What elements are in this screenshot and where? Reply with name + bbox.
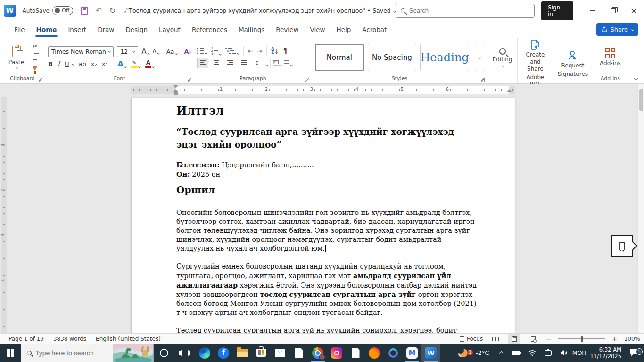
save-icon[interactable] [81, 7, 88, 15]
taskbar-app-document[interactable] [346, 344, 365, 362]
horizontal-ruler[interactable]: 1 2 3 4 5 6 [131, 86, 515, 94]
close-button[interactable]: × [624, 0, 644, 21]
tab-review[interactable]: Review [270, 22, 304, 37]
paste-button[interactable]: Paste [5, 45, 28, 70]
decrease-indent-button[interactable]: ⇤ [248, 48, 253, 54]
tab-home[interactable]: Home [31, 22, 63, 37]
minimize-button[interactable] [583, 0, 603, 21]
font-color-button[interactable]: A [145, 60, 154, 68]
left-indent-marker[interactable] [174, 92, 178, 95]
tab-draw[interactable]: Draw [92, 22, 120, 37]
font-size-select[interactable]: 12 [117, 46, 138, 57]
start-button[interactable] [0, 344, 21, 362]
tray-expand-button[interactable] [492, 352, 508, 354]
taskbar-app-instagram[interactable] [327, 344, 346, 362]
highlight-button[interactable]: ✎ [131, 60, 140, 68]
sign-in-button[interactable]: Sign in [541, 1, 573, 20]
word-app-icon[interactable]: W [4, 5, 16, 17]
strikethrough-button[interactable]: ab [79, 61, 86, 67]
search-input[interactable] [409, 7, 529, 14]
superscript-button[interactable]: x² [102, 61, 108, 67]
bold-button[interactable]: B [48, 61, 53, 67]
network-indicator[interactable] [524, 350, 540, 356]
task-view-button[interactable] [174, 344, 195, 362]
volume-indicator[interactable] [556, 350, 572, 356]
vertical-scrollbar[interactable] [637, 84, 644, 333]
clipboard-dialog-launcher[interactable] [39, 78, 42, 82]
zoom-in-button[interactable]: + [612, 335, 618, 343]
web-layout-button[interactable] [527, 334, 539, 344]
sort-button[interactable]: AZ↓ [271, 47, 279, 55]
focus-mode-button[interactable]: Focus [460, 336, 483, 342]
taskbar-app-loop[interactable] [384, 344, 403, 362]
taskbar-app-facebook[interactable]: f [214, 344, 233, 362]
font-family-select[interactable]: Times New Roman [48, 46, 114, 57]
customize-quick-access-icon[interactable] [123, 9, 126, 13]
request-signatures-button[interactable]: Request Signatures [555, 50, 591, 78]
clock[interactable]: 6:32 AM 11/12/2025 [586, 346, 625, 360]
taskbar-app-store[interactable] [252, 344, 271, 362]
undo-icon[interactable]: ↶ [96, 6, 102, 15]
tab-design[interactable]: Design [120, 22, 153, 37]
underline-chevron-icon[interactable] [72, 63, 74, 66]
taskbar-search[interactable] [21, 344, 154, 362]
styles-gallery-scroll[interactable] [475, 44, 484, 71]
battery-indicator[interactable] [508, 351, 524, 355]
taskbar-app-edge[interactable] [195, 344, 214, 362]
borders-button[interactable] [284, 60, 292, 66]
italic-button[interactable]: I [58, 61, 60, 67]
cut-button[interactable]: ✂ [30, 41, 40, 51]
taskbar-app-notepad[interactable] [289, 344, 308, 362]
clear-formatting-button[interactable]: A◊ [184, 49, 191, 55]
shrink-font-button[interactable]: A [153, 49, 159, 54]
editing-button[interactable]: Editing [490, 48, 515, 66]
taskbar-app-firefox[interactable] [365, 344, 384, 362]
shading-button[interactable] [273, 60, 281, 66]
increase-indent-button[interactable]: ⇥ [257, 48, 262, 54]
notification-center-button[interactable]: 5 [625, 349, 644, 357]
taskbar-app-m[interactable]: M [403, 344, 421, 362]
vertical-ruler[interactable]: 1 2 3 4 [1, 97, 7, 333]
document-body[interactable]: Илтгэл “Төслөд суурилсан арга зүйгээр хү… [176, 104, 480, 333]
zoom-slider[interactable] [558, 338, 605, 339]
taskbar-app-mail[interactable] [271, 344, 289, 362]
first-line-indent-marker[interactable] [173, 85, 178, 88]
redo-icon[interactable]: ↻ [109, 6, 116, 15]
temperature[interactable]: -2°C [473, 349, 492, 356]
hanging-indent-marker[interactable] [173, 89, 178, 92]
style-heading[interactable]: Heading [420, 44, 469, 71]
restore-button[interactable] [603, 0, 624, 21]
zoom-level[interactable]: 100% [624, 336, 640, 342]
grow-font-button[interactable]: A [141, 48, 149, 55]
keyboard-language[interactable]: MOH [572, 349, 586, 356]
text-effects-button[interactable]: A [118, 60, 126, 68]
tab-layout[interactable]: Layout [153, 22, 186, 37]
language-indicator[interactable]: English (United States) [91, 336, 165, 342]
autosave-switch[interactable]: Off [52, 6, 73, 15]
cortana-button[interactable] [154, 344, 174, 362]
tab-help[interactable]: Help [331, 22, 357, 37]
document-title[interactable]: "Төслөд суурилсан арга зүйгээр хүүхдийг … [126, 7, 396, 14]
underline-button[interactable]: U [65, 61, 69, 67]
tab-insert[interactable]: Insert [62, 22, 92, 37]
paragraph-dialog-launcher[interactable] [305, 78, 309, 82]
bullets-button[interactable] [197, 48, 207, 54]
line-spacing-button[interactable]: ↕ [255, 60, 268, 66]
tab-mailings[interactable]: Mailings [233, 22, 270, 37]
align-center-button[interactable] [211, 58, 222, 68]
weather-widget[interactable]: 1 [454, 349, 473, 357]
resume-reading-flag[interactable] [611, 235, 633, 257]
taskbar-app-chrome[interactable] [308, 344, 327, 362]
word-count[interactable]: 3838 words [49, 336, 91, 342]
subscript-button[interactable]: x₂ [91, 61, 97, 67]
taskbar-app-word[interactable]: W [421, 344, 440, 362]
addins-button[interactable]: Add-ins [597, 48, 624, 67]
copy-button[interactable] [30, 53, 40, 62]
document-page[interactable]: Илтгэл “Төслөд суурилсан арга зүйгээр хү… [131, 98, 515, 333]
meet-now-indicator[interactable] [540, 350, 556, 356]
print-layout-button[interactable] [508, 334, 520, 344]
titlebar-search[interactable] [396, 4, 535, 18]
zoom-slider-handle[interactable] [581, 336, 583, 342]
read-mode-button[interactable] [489, 334, 502, 344]
tab-acrobat[interactable]: Acrobat [356, 22, 392, 37]
